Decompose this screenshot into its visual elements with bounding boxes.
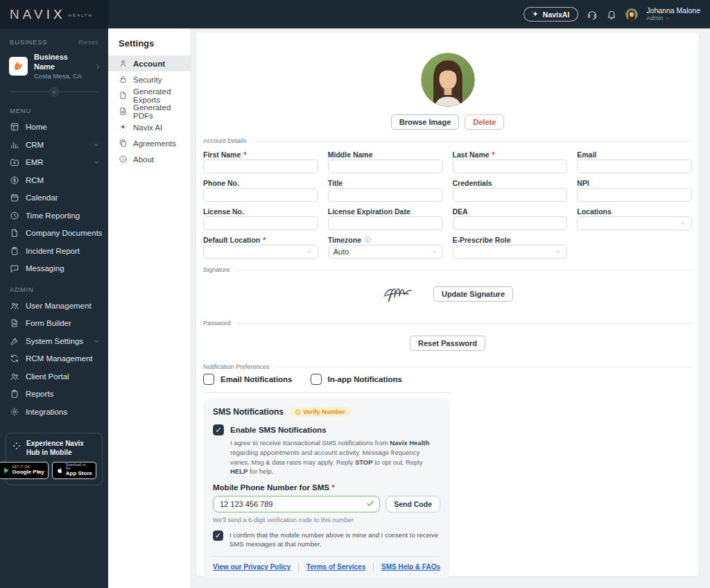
settings-tab-navix-ai[interactable]: Navix AI [108, 119, 191, 135]
chevron-down-icon [665, 16, 670, 21]
field-select-e-prescribe-role[interactable] [453, 245, 568, 259]
notifications-bell-icon[interactable] [606, 9, 617, 20]
field-input-phone-no[interactable] [203, 188, 318, 202]
messaging-icon [10, 263, 19, 273]
sidebar-item-rcm[interactable]: RCM [0, 171, 108, 189]
field-label-credentials: Credentials [453, 178, 568, 188]
field-select-locations[interactable] [577, 216, 692, 230]
email-notifications-checkbox[interactable] [203, 374, 214, 385]
settings-nav: Settings AccountSecurityGenerated Export… [108, 28, 191, 588]
navixai-label: NavixAI [543, 10, 570, 19]
update-signature-button[interactable]: Update Signature [433, 286, 513, 302]
reset-password-button[interactable]: Reset Password [410, 336, 485, 351]
app-store-badge[interactable]: Download on the App Store [52, 462, 96, 479]
field-input-middle-name[interactable] [328, 159, 443, 173]
profile-photo[interactable] [421, 53, 475, 107]
sidebar-item-rcm-management[interactable]: RCM Management [0, 349, 108, 368]
settings-tab-security[interactable]: Security [108, 71, 191, 87]
user-avatar[interactable] [625, 8, 638, 21]
calendar-icon [10, 193, 19, 202]
field-input-npi[interactable] [577, 188, 692, 202]
navixai-button[interactable]: NavixAI [524, 8, 578, 21]
field-label-license-expiration-date: License Expiration Date [328, 206, 443, 216]
sidebar-item-home[interactable]: Home [0, 118, 108, 136]
support-headset-icon[interactable] [587, 9, 598, 20]
field-title: Title [328, 178, 443, 202]
sidebar-item-integrations[interactable]: Integrations [0, 403, 108, 421]
sidebar: BUSINESS Reset Business Name Costa Mesa,… [0, 28, 108, 588]
google-play-badge[interactable]: GET IT ON Google Play [0, 462, 49, 479]
link-sms-help-faqs[interactable]: SMS Help & FAQs [381, 563, 440, 571]
sidebar-collapse [0, 81, 108, 98]
sidebar-item-incident-report[interactable]: Incident Report [0, 242, 108, 260]
sidebar-item-crm[interactable]: CRM [0, 136, 108, 154]
business-name: Business Name [34, 53, 88, 72]
brand-name: NAVIX [10, 7, 66, 22]
confirm-number-checkbox[interactable]: ✓ [213, 530, 223, 541]
field-input-credentials[interactable] [453, 188, 568, 202]
incident-report-icon [10, 246, 19, 256]
sidebar-item-messaging[interactable]: Messaging [0, 259, 108, 277]
sidebar-item-calendar[interactable]: Calendar [0, 189, 108, 207]
field-phone-no: Phone No. [203, 178, 318, 202]
field-input-dea[interactable] [453, 216, 568, 230]
timezone-info-icon [364, 236, 372, 243]
sidebar-item-user-management[interactable]: User Management [0, 297, 108, 315]
sidebar-item-reports[interactable]: Reports [0, 385, 108, 403]
home-icon [10, 122, 19, 132]
account-icon [119, 59, 128, 68]
settings-tab-account[interactable]: Account [108, 55, 191, 71]
sidebar-item-system-settings[interactable]: System Settings [0, 332, 108, 350]
field-input-license-expiration-date[interactable] [328, 216, 443, 230]
field-input-license-no[interactable] [203, 216, 318, 230]
in-app-notifications-checkbox[interactable] [311, 374, 322, 385]
brand-suffix: HEALTH [69, 13, 93, 17]
settings-tab-generated-exports[interactable]: Generated Exports [108, 87, 191, 103]
brand-logo[interactable]: NAVIX HEALTH [0, 0, 108, 28]
settings-items: AccountSecurityGenerated ExportsGenerate… [108, 55, 191, 167]
field-input-email[interactable] [577, 159, 692, 173]
field-input-title[interactable] [328, 188, 443, 202]
sidebar-item-time-reporting[interactable]: Time Reporting [0, 207, 108, 225]
browse-image-button[interactable]: Browse Image [391, 114, 460, 130]
field-npi: NPI [577, 178, 692, 202]
business-reset-link[interactable]: Reset [78, 38, 98, 46]
field-input-first-name[interactable] [203, 159, 318, 173]
enable-sms-label: Enable SMS Notifications [230, 424, 327, 435]
enable-sms-checkbox[interactable]: ✓ [213, 424, 224, 435]
field-select-timezone[interactable]: Auto [328, 245, 443, 259]
sms-hint: We'll send a 6-digit verification code t… [213, 517, 440, 524]
send-code-button[interactable]: Send Code [386, 496, 440, 512]
navigate-icon [12, 441, 21, 451]
settings-tab-generated-pdfs[interactable]: Generated PDFs [108, 103, 191, 119]
valid-check-icon [366, 499, 374, 508]
mobile-promo-title: Experience Navix Hub in Mobile [26, 440, 96, 457]
field-select-default-location[interactable] [203, 245, 318, 259]
link-view-our-privacy-policy[interactable]: View our Privacy Policy [213, 563, 291, 571]
menu-list: HomeCRMEMRRCMCalendarTime ReportingCompa… [0, 118, 108, 277]
notification-checkboxes: Email NotificationsIn-app Notifications [203, 374, 692, 385]
sidebar-item-emr[interactable]: EMR [0, 153, 108, 171]
sidebar-item-form-builder[interactable]: Form Builder [0, 314, 108, 332]
field-input-last-name[interactable] [453, 159, 568, 173]
user-management-icon [10, 301, 19, 311]
sms-phone-input[interactable] [213, 496, 380, 512]
field-label-phone-no: Phone No. [203, 178, 318, 188]
business-logo-icon [9, 57, 28, 76]
sidebar-item-company-documents[interactable]: Company Documents [0, 224, 108, 242]
field-credentials: Credentials [453, 178, 568, 202]
link-terms-of-services[interactable]: Terms of Services [306, 563, 365, 571]
field-email: Email [577, 149, 692, 173]
chevron-down-icon [93, 141, 100, 148]
settings-tab-agreements[interactable]: Agreements [108, 135, 191, 151]
user-menu[interactable]: Johanna Malone Admin [646, 7, 700, 21]
client-portal-icon [10, 372, 19, 381]
settings-tab-about[interactable]: About [108, 151, 191, 167]
delete-image-button[interactable]: Delete [465, 114, 504, 130]
section-password: Password [203, 320, 692, 327]
collapse-toggle-button[interactable] [49, 87, 60, 97]
email-notifications-row: Email Notifications [203, 374, 293, 385]
user-role: Admin [646, 15, 663, 21]
sidebar-item-client-portal[interactable]: Client Portal [0, 368, 108, 386]
business-selector[interactable]: Business Name Costa Mesa, CA [0, 51, 108, 81]
